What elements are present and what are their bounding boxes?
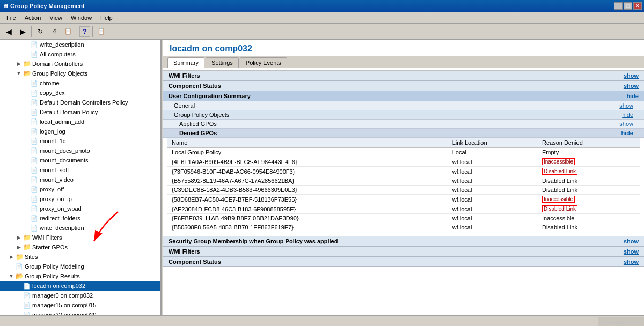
gpo-reason-5: Inaccessible [538, 195, 640, 204]
tree-icon-gp_modeling: 📄 [15, 262, 24, 271]
gpo-name-8: {B50508F8-56A5-4853-BB70-1EF863F619E7} [167, 223, 448, 232]
tree-icon-proxy_on_ip: 📄 [30, 195, 39, 203]
refresh-button[interactable]: ↻ [34, 25, 47, 38]
tab-settings[interactable]: Settings [206, 57, 239, 68]
gpo-reason-7: Inaccessible [538, 214, 640, 223]
tree-item-starter_gpos[interactable]: ▶📁Starter GPOs [0, 242, 160, 252]
tree-item-mount_docs_photo[interactable]: 📄mount_docs_photo [0, 146, 160, 155]
tree-icon-domain_controllers: 📁 [23, 60, 31, 68]
tree-icon-mount_docs_photo: 📄 [30, 146, 39, 155]
tree-icon-chrome: 📄 [30, 79, 39, 87]
tree-item-write_description2[interactable]: 📄write_description [0, 223, 160, 233]
menu-view[interactable]: View [45, 13, 67, 22]
expand-icon-mount_documents [23, 157, 30, 164]
tree-item-manager0_comp032[interactable]: 📄manager0 on comp032 [0, 291, 160, 300]
print-button[interactable]: 🖨 [48, 25, 61, 38]
tree-item-manager15_comp015[interactable]: 📄manager15 on comp015 [0, 300, 160, 310]
tree-item-mount_documents[interactable]: 📄mount_documents [0, 155, 160, 165]
tree-item-gp_modeling[interactable]: 📄Group Policy Modeling [0, 262, 160, 271]
tree-item-mount_soft[interactable]: 📄mount_soft [0, 165, 160, 175]
back-button[interactable]: ◀ [2, 25, 15, 38]
tree-item-local_admin_add[interactable]: 📄local_admin_add [0, 117, 160, 127]
menu-window[interactable]: Window [67, 13, 96, 22]
tree-item-chrome[interactable]: 📄chrome [0, 78, 160, 88]
table-row: {AE23084D-FCD8-46C3-B183-6F908858595E}wf… [167, 204, 640, 214]
col-link: Link Location [448, 138, 538, 148]
tree-item-all_computers[interactable]: 📄All computers [0, 49, 160, 59]
tree-label-sites: Sites [25, 254, 38, 260]
menu-file[interactable]: File [2, 13, 20, 22]
tree-item-manager22_comp020[interactable]: 📄manager22 on comp020 [0, 310, 160, 315]
tree-item-default_domain_controllers[interactable]: 📄Default Domain Controllers Policy [0, 98, 160, 107]
wmi-show-link[interactable]: show [624, 72, 639, 79]
denied-gpos-action-link[interactable]: hide [621, 130, 633, 136]
gpo-reason-1: Inaccessible [538, 157, 640, 167]
expand-icon-copy_3cx [23, 89, 30, 97]
minimize-button[interactable]: _ [614, 2, 623, 10]
maximize-button[interactable]: □ [624, 2, 632, 10]
tree-label-mount_documents: mount_documents [40, 157, 89, 164]
tree-item-write_description[interactable]: 📄write_description [0, 40, 160, 49]
tree-item-default_domain_policy[interactable]: 📄Default Domain Policy [0, 107, 160, 117]
tree-icon-mount_documents: 📄 [30, 156, 39, 165]
copy-button[interactable]: 📋 [62, 25, 75, 38]
component-bottom-label: Component Status [169, 258, 221, 265]
tree-item-gp_results[interactable]: ▼📂Group Policy Results [0, 271, 160, 281]
menu-help[interactable]: Help [96, 13, 117, 22]
tree-icon-write_description: 📄 [30, 40, 39, 49]
table-row: {58D68EB7-AC50-4CE7-B7EF-518136F73E55}wf… [167, 195, 640, 204]
tree-item-proxy_on_ip[interactable]: 📄proxy_on_ip [0, 194, 160, 204]
component-bottom-show-link[interactable]: show [624, 258, 639, 265]
tree-item-copy_3cx[interactable]: 📄copy_3cx [0, 88, 160, 98]
tree-label-starter_gpos: Starter GPOs [32, 244, 68, 250]
tree-item-domain_controllers[interactable]: ▶📁Domain Controllers [0, 59, 160, 69]
gpo-reason-0: Empty [538, 148, 640, 157]
tree-item-group_policy_objects[interactable]: ▼📂Group Policy Objects [0, 69, 160, 78]
gpo-name-1: {4E6E1A0A-B909-4B9F-BFC8-AE984443E4F6} [167, 157, 448, 167]
gpo-reason-3: Disabled Link [538, 176, 640, 186]
tree-item-wmi_filters[interactable]: ▶📁WMI Filters [0, 233, 160, 242]
general-show-link[interactable]: show [619, 102, 633, 109]
gpo-action-link[interactable]: hide [622, 112, 633, 118]
security-group-label: Security Group Membership when Group Pol… [169, 238, 338, 244]
gpo-reason-2: Disabled Link [538, 167, 640, 176]
forward-button[interactable]: ▶ [16, 25, 29, 38]
gpo-link-6: wf.local [448, 204, 538, 214]
wmi-bottom-show-link[interactable]: show [624, 248, 639, 255]
table-row: {4E6E1A0A-B909-4B9F-BFC8-AE984443E4F6}wf… [167, 157, 640, 167]
expand-icon-gp_modeling [8, 263, 15, 270]
expand-icon-mount_1c [23, 137, 30, 145]
tree-item-logon_log[interactable]: 📄logon_log [0, 127, 160, 136]
applied-gpos-show-link[interactable]: show [619, 121, 633, 127]
tree-item-mount_video[interactable]: 📄mount_video [0, 175, 160, 184]
user-config-action-link[interactable]: hide [626, 93, 639, 99]
properties-button[interactable]: 📋 [95, 25, 108, 38]
denied-gpos-label: Denied GPOs [179, 130, 217, 136]
toolbar-sep-1 [31, 26, 32, 37]
menu-action[interactable]: Action [20, 13, 46, 22]
security-group-show-link[interactable]: show [624, 238, 639, 244]
tree-icon-all_computers: 📄 [30, 50, 39, 58]
reason-badge-1: Inaccessible [542, 158, 575, 165]
reason-badge-6: Disabled Link [542, 205, 577, 212]
gpo-reason-6: Disabled Link [538, 204, 640, 214]
close-button[interactable]: ✕ [633, 2, 642, 10]
expand-icon-default_domain_policy [23, 108, 30, 116]
tree-icon-copy_3cx: 📄 [30, 88, 39, 97]
tree-label-default_domain_controllers: Default Domain Controllers Policy [40, 99, 128, 106]
tree-item-locadm_comp032[interactable]: 📄locadm on comp032 [0, 281, 160, 291]
tab-policy-events[interactable]: Policy Events [240, 57, 287, 68]
tree-item-redirect_folders[interactable]: 📄redirect_folders [0, 213, 160, 223]
tree-item-proxy_on_wpad[interactable]: 📄proxy_on_wpad [0, 204, 160, 213]
col-reason: Reason Denied [538, 138, 640, 148]
help-button[interactable]: ? [79, 26, 90, 37]
expand-icon-sites: ▶ [8, 253, 15, 261]
component-show-link[interactable]: show [624, 83, 639, 89]
tab-summary[interactable]: Summary [167, 57, 204, 68]
tree-item-proxy_off[interactable]: 📄proxy_off [0, 184, 160, 194]
toolbar: ◀ ▶ ↻ 🖨 📋 ? 📋 [0, 24, 644, 40]
tree-item-mount_1c[interactable]: 📄mount_1c [0, 136, 160, 146]
tree-label-redirect_folders: redirect_folders [40, 215, 80, 221]
tree-icon-local_admin_add: 📄 [30, 117, 39, 126]
tree-item-sites[interactable]: ▶📁Sites [0, 252, 160, 262]
